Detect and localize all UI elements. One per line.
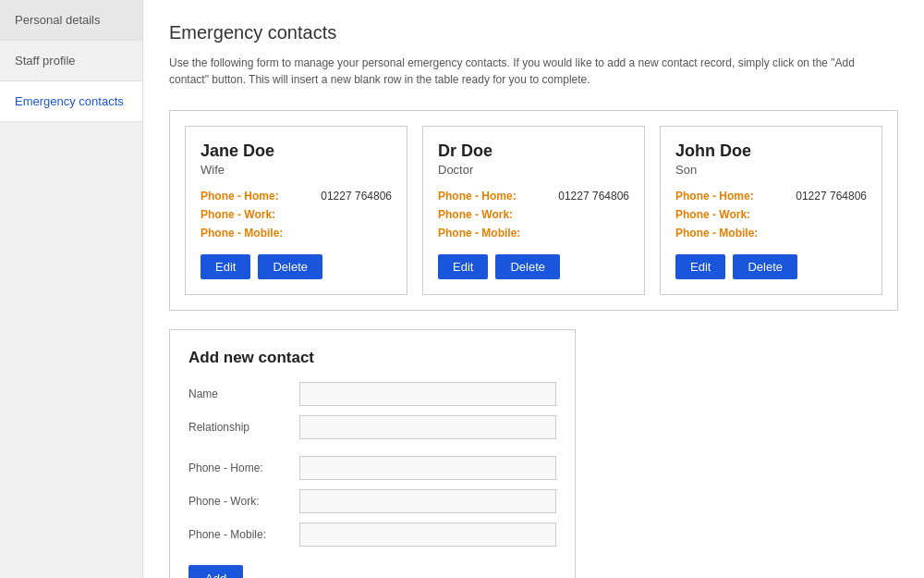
form-input-phone-home[interactable]: [299, 456, 556, 480]
form-input-name[interactable]: [299, 382, 556, 406]
card-actions-2: Edit Delete: [675, 254, 867, 279]
form-label-phone-work: Phone - Work:: [188, 495, 299, 508]
form-input-phone-work[interactable]: [299, 489, 556, 513]
contacts-grid: Jane Doe Wife Phone - Home: 01227 764806…: [169, 110, 898, 311]
sidebar-item-emergency-contacts[interactable]: Emergency contacts: [0, 81, 142, 122]
form-row-phone-work: Phone - Work:: [188, 489, 556, 513]
form-row-phone-home: Phone - Home:: [188, 456, 556, 480]
contact-relationship-0: Wife: [201, 163, 392, 177]
contact-card-0: Jane Doe Wife Phone - Home: 01227 764806…: [185, 126, 407, 295]
contact-field-phone-work-2: Phone - Work:: [675, 208, 867, 221]
delete-button-0[interactable]: Delete: [258, 254, 322, 279]
form-label-phone-home: Phone - Home:: [188, 461, 299, 474]
delete-button-1[interactable]: Delete: [495, 254, 560, 279]
page-title: Emergency contacts: [169, 22, 898, 43]
card-actions-1: Edit Delete: [438, 254, 629, 279]
form-row-name: Name: [188, 382, 556, 406]
add-contact-title: Add new contact: [188, 349, 556, 367]
delete-button-2[interactable]: Delete: [733, 254, 797, 279]
edit-button-2[interactable]: Edit: [675, 254, 725, 279]
edit-button-1[interactable]: Edit: [438, 254, 488, 279]
form-row-phone-mobile: Phone - Mobile:: [188, 523, 556, 547]
form-input-relationship[interactable]: [299, 415, 556, 439]
card-actions-0: Edit Delete: [201, 254, 392, 279]
form-row-relationship: Relationship: [188, 415, 556, 439]
page-description: Use the following form to manage your pe…: [169, 55, 871, 88]
form-label-phone-mobile: Phone - Mobile:: [188, 528, 299, 541]
contact-name-0: Jane Doe: [201, 141, 392, 161]
contact-card-2: John Doe Son Phone - Home: 01227 764806 …: [660, 126, 882, 295]
contact-field-phone-work-0: Phone - Work:: [201, 208, 392, 221]
add-button[interactable]: Add: [188, 565, 243, 578]
contact-field-phone-mobile-0: Phone - Mobile:: [201, 227, 392, 240]
sidebar-item-personal-details[interactable]: Personal details: [0, 0, 142, 41]
add-contact-section: Add new contact Name Relationship Phone …: [169, 329, 576, 578]
contact-relationship-2: Son: [675, 163, 867, 177]
sidebar-item-staff-profile[interactable]: Staff profile: [0, 41, 142, 81]
contact-name-2: John Doe: [675, 141, 867, 161]
form-label-name: Name: [188, 387, 299, 400]
contact-field-phone-home-2: Phone - Home: 01227 764806: [675, 190, 867, 203]
form-input-phone-mobile[interactable]: [299, 523, 556, 547]
contact-field-phone-mobile-1: Phone - Mobile:: [438, 227, 629, 240]
main-content: Emergency contacts Use the following for…: [143, 0, 924, 578]
form-label-relationship: Relationship: [188, 421, 299, 434]
contact-card-1: Dr Doe Doctor Phone - Home: 01227 764806…: [422, 126, 645, 295]
edit-button-0[interactable]: Edit: [201, 254, 250, 279]
contact-field-phone-home-1: Phone - Home: 01227 764806: [438, 190, 629, 203]
contact-field-phone-mobile-2: Phone - Mobile:: [675, 227, 867, 240]
contact-field-phone-work-1: Phone - Work:: [438, 208, 629, 221]
contact-relationship-1: Doctor: [438, 163, 629, 177]
sidebar: Personal details Staff profile Emergency…: [0, 0, 143, 578]
contact-field-phone-home-0: Phone - Home: 01227 764806: [201, 190, 392, 203]
contact-name-1: Dr Doe: [438, 141, 629, 161]
